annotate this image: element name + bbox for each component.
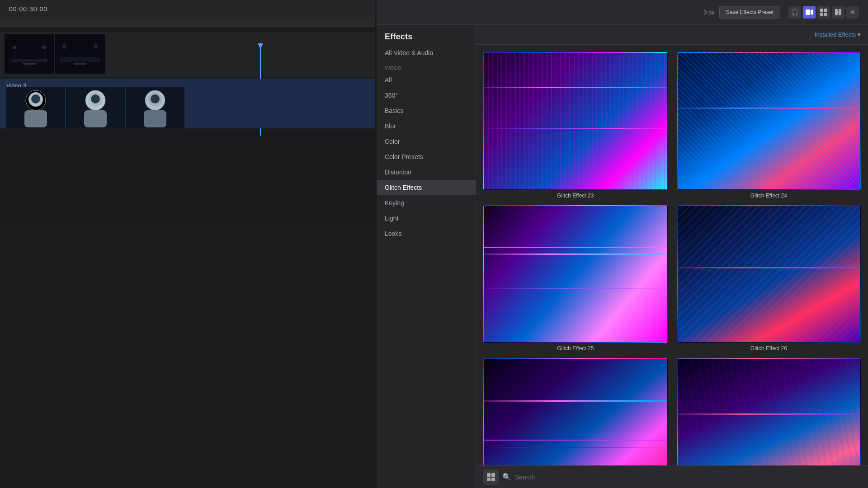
- timeline-area: 00:00:30:00: [0, 0, 375, 488]
- headphone-icon[interactable]: 🎧: [788, 6, 801, 19]
- glitch-27-lines: [484, 359, 667, 465]
- gline-8: [484, 447, 667, 448]
- effect-thumb-glitch-26: [677, 205, 861, 343]
- category-blur[interactable]: Blur: [377, 118, 476, 134]
- effect-item-glitch-26[interactable]: Glitch Effect 26: [677, 205, 861, 352]
- track-thumb-2: [55, 34, 105, 74]
- search-input[interactable]: [515, 474, 861, 481]
- timecode: 00:00:30:00: [9, 5, 47, 13]
- effect-item-glitch-23[interactable]: Glitch Effect 23: [483, 52, 668, 199]
- effect-item-glitch-24[interactable]: Glitch Effect 24: [677, 52, 861, 199]
- category-distortion[interactable]: Distortion: [377, 164, 476, 180]
- category-looks[interactable]: Looks: [377, 226, 476, 241]
- category-basics[interactable]: Basics: [377, 103, 476, 118]
- timeline-header: 00:00:30:00: [0, 0, 375, 18]
- gline-3: [678, 108, 860, 109]
- track-thumb-1: [5, 34, 54, 74]
- effect-thumb-glitch-24: [677, 52, 861, 190]
- effect-thumb-glitch-27: [483, 358, 668, 465]
- category-all-video-audio[interactable]: All Video & Audio: [377, 45, 476, 61]
- gline-5: [484, 288, 667, 289]
- track-1-thumbnails: [5, 34, 105, 75]
- svg-point-24: [151, 94, 160, 103]
- video-icon[interactable]: [803, 6, 816, 19]
- svg-rect-6: [55, 34, 105, 74]
- effect-label-glitch-25: Glitch Effect 25: [483, 345, 668, 352]
- category-glitch-effects[interactable]: Glitch Effects: [377, 180, 476, 195]
- category-color[interactable]: Color: [377, 134, 476, 149]
- svg-rect-25: [806, 9, 810, 15]
- effect-label-glitch-26: Glitch Effect 26: [677, 345, 861, 352]
- category-color-presets[interactable]: Color Presets: [377, 149, 476, 164]
- category-360[interactable]: 360°: [377, 88, 476, 103]
- svg-rect-34: [487, 473, 491, 477]
- effects-panel-title: Effects: [377, 25, 476, 45]
- effect-thumb-glitch-25: [483, 205, 668, 343]
- grid-view-button[interactable]: [483, 469, 499, 485]
- effects-grid-header: Installed Effects ▾: [476, 25, 868, 45]
- gline-9: [678, 413, 860, 415]
- items-count: 30 Items: [838, 456, 859, 463]
- svg-point-19: [91, 94, 100, 103]
- svg-rect-27: [820, 9, 823, 12]
- effects-grid-area: Installed Effects ▾ Glitch Effect 23: [476, 25, 868, 488]
- timeline-ruler: [0, 18, 375, 27]
- installed-effects-label: Installed Effects ▾: [815, 31, 861, 38]
- svg-rect-1: [11, 59, 47, 62]
- svg-rect-17: [84, 110, 107, 127]
- svg-rect-22: [144, 110, 166, 127]
- effects-main: Effects All Video & Audio VIDEO All 360°…: [377, 25, 868, 488]
- close-x-icon[interactable]: ✕: [846, 6, 859, 19]
- category-light[interactable]: Light: [377, 211, 476, 226]
- save-preset-button[interactable]: Save Effects Preset: [719, 6, 780, 19]
- svg-point-8: [62, 44, 66, 49]
- glitch-26-lines: [678, 206, 860, 343]
- effect-thumb-glitch-28: [677, 358, 861, 465]
- effects-topbar: 0 px Save Effects Preset 🎧: [377, 0, 868, 25]
- svg-rect-7: [60, 57, 100, 62]
- astronaut-thumb-3: [126, 87, 184, 128]
- svg-rect-35: [491, 473, 495, 477]
- track-video3-thumbs: [6, 87, 184, 130]
- gline-4: [484, 253, 667, 255]
- gline-2: [484, 128, 667, 129]
- px-display: 0 px: [703, 9, 715, 16]
- svg-rect-0: [5, 34, 54, 74]
- playhead-head: [258, 43, 263, 49]
- effect-label-glitch-24: Glitch Effect 24: [677, 192, 861, 199]
- astronaut-thumb-2: [66, 87, 125, 128]
- track-1: [0, 32, 375, 77]
- effects-grid: Glitch Effect 23 Glitch Effect 24: [476, 45, 868, 465]
- glitch-24-lines: [678, 53, 860, 189]
- svg-point-14: [31, 94, 40, 103]
- svg-marker-26: [811, 9, 813, 15]
- category-video-header: VIDEO: [377, 61, 476, 72]
- svg-rect-30: [824, 13, 827, 16]
- effects-panel: 0 px Save Effects Preset 🎧: [377, 0, 868, 488]
- category-all[interactable]: All: [377, 72, 476, 88]
- fx-icon[interactable]: [832, 6, 844, 19]
- category-keying[interactable]: Keying: [377, 195, 476, 211]
- svg-rect-28: [824, 9, 827, 12]
- svg-point-9: [94, 44, 98, 49]
- gline-6: [678, 267, 860, 268]
- svg-rect-33: [836, 12, 840, 13]
- track-video3: Video 3: [0, 79, 375, 128]
- svg-rect-36: [487, 478, 491, 481]
- effect-thumb-glitch-23: [483, 52, 668, 190]
- effect-item-glitch-28[interactable]: Glitch Effect 28: [677, 358, 861, 465]
- toolbar-icons: 🎧: [788, 6, 859, 19]
- track-bottom-area: [0, 131, 375, 221]
- effect-item-glitch-25[interactable]: Glitch Effect 25: [483, 205, 668, 352]
- effect-label-glitch-23: Glitch Effect 23: [483, 192, 668, 199]
- timeline-content: Video 3: [0, 27, 375, 221]
- grid-layout-icon[interactable]: [817, 6, 830, 19]
- glitch-25-lines: [484, 206, 667, 343]
- glitch-28-lines: [678, 359, 860, 465]
- astronaut-thumb-1: [6, 87, 65, 128]
- search-icon: 🔍: [502, 473, 511, 481]
- svg-rect-29: [820, 13, 823, 16]
- search-bar: 🔍: [476, 465, 868, 488]
- effect-item-glitch-27[interactable]: Glitch Effect 27: [483, 358, 668, 465]
- gline-7: [484, 400, 667, 402]
